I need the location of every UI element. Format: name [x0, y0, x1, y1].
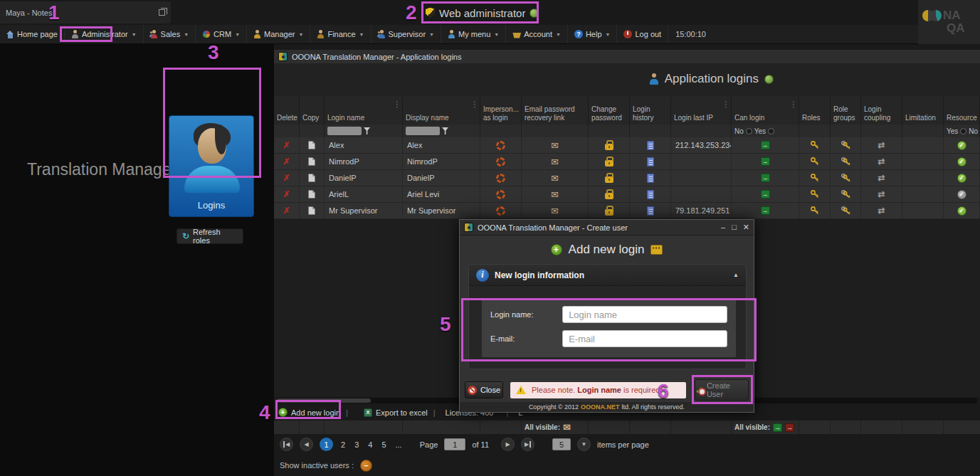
page-1-button[interactable]: 1 — [320, 438, 333, 451]
menu-my-menu[interactable]: My menu ▼ — [441, 25, 506, 43]
can-login-icon[interactable]: → — [761, 174, 770, 182]
page-3-button[interactable]: 3 — [353, 440, 360, 449]
page-ellipsis[interactable]: ... — [394, 440, 404, 449]
change-password-icon[interactable] — [605, 144, 613, 150]
items-per-page-value[interactable]: 5 — [552, 438, 571, 450]
email-icon[interactable]: ✉ — [551, 206, 559, 216]
col-login-name[interactable]: Login name⋮ — [325, 96, 403, 125]
email-icon[interactable]: ✉ — [551, 157, 559, 166]
email-icon[interactable]: ✉ — [551, 141, 559, 150]
delete-icon[interactable]: ✗ — [283, 173, 290, 183]
login-history-icon[interactable] — [647, 141, 654, 150]
col-delete[interactable]: Delete — [274, 96, 300, 125]
filter-icon[interactable] — [442, 127, 448, 134]
resource-yes-radio[interactable] — [960, 128, 966, 134]
col-role-groups[interactable]: Role groups — [831, 96, 861, 125]
can-login-no-radio[interactable] — [746, 128, 752, 134]
copy-icon[interactable] — [308, 141, 315, 149]
roles-key-icon[interactable] — [810, 157, 820, 166]
menu-crm[interactable]: CRM ▼ — [196, 25, 247, 43]
menu-account[interactable]: Account ▼ — [506, 25, 568, 43]
impersonate-icon[interactable] — [496, 157, 505, 166]
login-coupling-icon[interactable]: ⇄ — [878, 157, 885, 166]
email-icon[interactable]: ✉ — [563, 423, 571, 432]
impersonate-icon[interactable] — [496, 174, 505, 183]
refresh-roles-button[interactable]: ↻ Refresh roles — [176, 228, 243, 244]
email-icon[interactable]: ✉ — [551, 190, 559, 199]
col-change-password[interactable]: Change password — [589, 96, 630, 125]
menu-manager[interactable]: Manager ▼ — [247, 25, 310, 43]
role-groups-icon[interactable] — [841, 189, 851, 199]
prev-page-button[interactable]: ◀ — [300, 438, 313, 451]
impersonate-icon[interactable] — [496, 141, 505, 150]
scrollbar-handle[interactable] — [277, 398, 371, 403]
login-history-icon[interactable] — [647, 157, 654, 166]
can-login-icon[interactable]: → — [761, 190, 770, 199]
menu-sales[interactable]: Sales ▼ — [144, 25, 196, 43]
menu-supervisor[interactable]: Supervisor ▼ — [372, 25, 442, 43]
first-page-button[interactable]: ◀ — [280, 438, 293, 451]
export-to-excel-button[interactable]: X Export to excel — [364, 408, 428, 417]
close-window-icon[interactable]: ✕ — [743, 223, 749, 232]
logout-all-icon[interactable]: → — [785, 423, 794, 432]
delete-icon[interactable]: ✗ — [283, 206, 290, 216]
delete-icon[interactable]: ✗ — [283, 140, 290, 150]
login-coupling-icon[interactable]: ⇄ — [878, 206, 885, 216]
column-menu-icon[interactable]: ⋮ — [790, 100, 797, 109]
filter-icon[interactable] — [364, 127, 370, 134]
column-menu-icon[interactable]: ⋮ — [471, 100, 478, 109]
menu-administrator[interactable]: Administrator ▼ — [65, 25, 144, 43]
can-login-icon[interactable]: → — [761, 141, 770, 149]
column-menu-icon[interactable]: ⋮ — [722, 100, 729, 109]
restore-window-icon[interactable] — [159, 9, 165, 16]
login-coupling-icon[interactable]: ⇄ — [878, 140, 885, 150]
login-history-icon[interactable] — [647, 174, 654, 183]
current-user[interactable]: Web administrator — [426, 3, 539, 23]
change-password-icon[interactable] — [605, 209, 613, 216]
resource-check-icon[interactable]: ✓ — [957, 174, 966, 183]
role-groups-icon[interactable] — [841, 140, 851, 150]
change-password-icon[interactable] — [605, 176, 613, 183]
col-roles[interactable]: Roles — [799, 96, 831, 125]
page-number-input[interactable] — [444, 438, 465, 450]
roles-key-icon[interactable] — [810, 206, 820, 216]
roles-key-icon[interactable] — [810, 173, 820, 183]
login-all-icon[interactable]: → — [773, 423, 782, 432]
menu-home-page[interactable]: Home page — [0, 25, 65, 43]
close-button[interactable]: Close — [465, 381, 503, 398]
col-impersonate[interactable]: Imperson... as login — [480, 96, 522, 125]
copy-icon[interactable] — [308, 157, 315, 166]
role-groups-icon[interactable] — [841, 206, 851, 216]
change-password-icon[interactable] — [605, 160, 613, 166]
page-5-button[interactable]: 5 — [380, 440, 387, 449]
collapse-icon[interactable]: ▲ — [733, 272, 739, 278]
col-limitation[interactable]: Limitation — [902, 96, 944, 125]
add-new-login-button[interactable]: + Add new login — [278, 408, 340, 417]
login-history-icon[interactable] — [647, 190, 654, 199]
copy-icon[interactable] — [308, 174, 315, 182]
login-name-filter-input[interactable] — [327, 127, 362, 135]
copy-icon[interactable] — [308, 190, 315, 199]
minimize-icon[interactable]: – — [721, 223, 725, 232]
resource-check-icon[interactable]: ✓ — [957, 206, 966, 216]
col-copy[interactable]: Copy — [300, 96, 325, 125]
col-login-history[interactable]: Login history — [630, 96, 671, 125]
page-4-button[interactable]: 4 — [367, 440, 374, 449]
col-login-coupling[interactable]: Login coupling — [861, 96, 902, 125]
notes-tab[interactable]: Maya - Notes — [0, 1, 171, 23]
menu-help[interactable]: ? Help ▼ — [568, 25, 618, 43]
logins-tile[interactable]: Logins — [169, 115, 254, 217]
impersonate-icon[interactable] — [496, 206, 505, 216]
roles-key-icon[interactable] — [810, 140, 820, 150]
delete-icon[interactable]: ✗ — [283, 189, 290, 199]
resource-check-icon[interactable]: ✓ — [957, 190, 966, 199]
role-groups-icon[interactable] — [841, 157, 851, 166]
col-can-login[interactable]: Can login⋮ — [732, 96, 799, 125]
items-per-page-dropdown[interactable]: ▼ — [577, 438, 591, 451]
menu-finance[interactable]: Finance ▼ — [310, 25, 371, 43]
col-resource[interactable]: Resource — [944, 96, 980, 125]
login-name-input[interactable] — [562, 306, 727, 323]
maximize-icon[interactable]: □ — [732, 223, 737, 232]
copy-icon[interactable] — [308, 206, 315, 215]
login-coupling-icon[interactable]: ⇄ — [878, 189, 885, 199]
